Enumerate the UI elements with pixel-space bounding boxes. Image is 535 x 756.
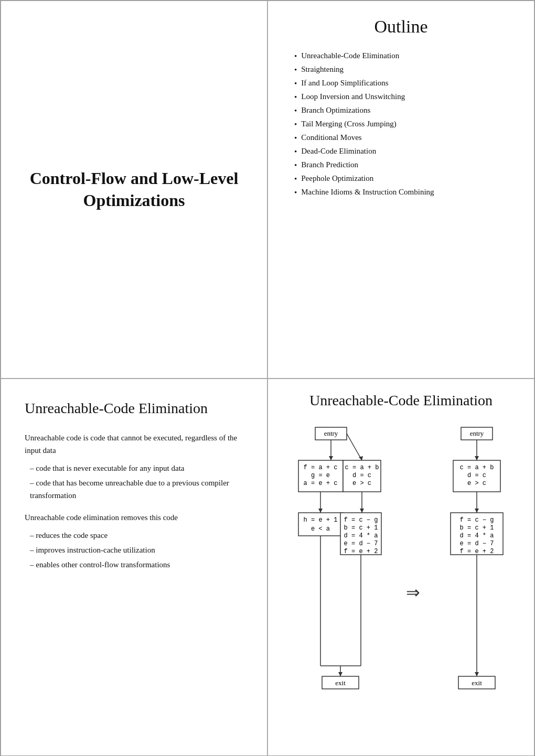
svg-text:d = c: d = c — [352, 472, 371, 479]
diagram-area: entry f = a + c g = e a = e + c h = e + … — [284, 425, 518, 697]
outline-item-1: Unreachable-Code Elimination — [294, 51, 508, 61]
svg-text:f = e + 2: f = e + 2 — [459, 548, 494, 555]
cfg-after: entry c = a + b d = c e > c f = c − g b … — [441, 425, 520, 697]
outline-item-8: Dead-Code Elimination — [294, 147, 508, 156]
outline-item-5: Branch Optimizations — [294, 106, 508, 115]
outline-list: Unreachable-Code Elimination Straighteni… — [294, 51, 508, 197]
sub2-item1: reduces the code space — [30, 529, 243, 542]
diagram-title: Unreachable-Code Elimination — [309, 392, 493, 409]
svg-text:d = c: d = c — [467, 472, 486, 479]
main-title: Control-Flow and Low-Level Optimizations — [30, 168, 239, 211]
svg-marker-37 — [475, 456, 479, 460]
svg-text:b = c + 1: b = c + 1 — [344, 524, 378, 532]
svg-text:h = e + 1: h = e + 1 — [303, 516, 337, 524]
svg-text:f = e + 2: f = e + 2 — [344, 548, 378, 555]
outline-item-10: Peephole Optimization — [294, 174, 508, 183]
svg-text:entry: entry — [469, 429, 484, 437]
svg-text:f = a + c: f = a + c — [303, 464, 337, 471]
cell-unreachable-text: Unreachable-Code Elimination Unreachable… — [1, 379, 268, 756]
slide-grid: Control-Flow and Low-Level Optimizations… — [0, 0, 535, 756]
svg-text:b = c + 1: b = c + 1 — [459, 524, 494, 532]
svg-text:g = e: g = e — [311, 472, 329, 479]
sub1-item2: code that has become unreachable due to … — [30, 477, 243, 502]
title-line1: Control-Flow and Low-Level — [30, 169, 239, 188]
sub-list-1: code that is never executable for any in… — [25, 462, 243, 502]
svg-text:e < a: e < a — [311, 525, 329, 533]
para2: Unreachable code elimination removes thi… — [25, 511, 243, 524]
sub1-item1: code that is never executable for any in… — [30, 462, 243, 474]
svg-text:d = 4 * a: d = 4 * a — [459, 532, 494, 539]
sub2-item3: enables other control-flow transformatio… — [30, 558, 243, 571]
svg-text:f = c − g: f = c − g — [459, 516, 494, 524]
svg-text:exit: exit — [335, 679, 346, 687]
outline-item-9: Branch Prediction — [294, 160, 508, 170]
outline-item-3: If and Loop Simplifications — [294, 79, 508, 88]
para1: Unreachable code is code that cannot be … — [25, 431, 243, 457]
outline-item-7: Conditional Moves — [294, 133, 508, 143]
svg-line-17 — [347, 434, 362, 460]
svg-marker-43 — [475, 509, 479, 513]
svg-text:e > c: e > c — [467, 480, 486, 487]
outline-item-11: Machine Idioms & Instruction Combining — [294, 188, 508, 197]
cfg-before: entry f = a + c g = e a = e + c h = e + … — [283, 425, 385, 697]
svg-text:a = e + c: a = e + c — [303, 480, 337, 487]
outline-item-6: Tail Merging (Cross Jumping) — [294, 120, 508, 129]
svg-marker-31 — [338, 672, 343, 676]
svg-text:entry: entry — [324, 429, 338, 437]
cell-diagram: Unreachable-Code Elimination entry f = a… — [268, 379, 534, 756]
sub2-item2: improves instruction-cache utilization — [30, 544, 243, 556]
title-line2: Optimizations — [83, 191, 185, 210]
section-title-unreachable: Unreachable-Code Elimination — [25, 400, 243, 417]
svg-text:e = d − 7: e = d − 7 — [344, 540, 378, 547]
svg-marker-18 — [359, 456, 363, 460]
svg-text:c = a + b: c = a + b — [345, 464, 379, 471]
svg-marker-3 — [329, 456, 333, 460]
svg-text:c = a + b: c = a + b — [459, 464, 494, 471]
outline-item-2: Straightening — [294, 65, 508, 74]
svg-marker-51 — [475, 672, 479, 676]
cell-title: Control-Flow and Low-Level Optimizations — [1, 1, 268, 379]
outline-title: Outline — [294, 17, 508, 37]
svg-text:d = 4 * a: d = 4 * a — [344, 532, 378, 539]
cell-outline: Outline Unreachable-Code Elimination Str… — [268, 1, 534, 379]
svg-text:f = c − g: f = c − g — [344, 516, 378, 524]
outline-item-4: Loop Inversion and Unswitching — [294, 92, 508, 102]
svg-text:e = d − 7: e = d − 7 — [459, 540, 494, 547]
sub-list-2: reduces the code space improves instruct… — [25, 529, 243, 571]
svg-text:e > c: e > c — [352, 480, 371, 487]
transform-arrow: ⇒ — [406, 582, 420, 602]
svg-marker-9 — [318, 509, 323, 513]
svg-text:exit: exit — [472, 679, 482, 687]
svg-marker-20 — [360, 509, 364, 513]
